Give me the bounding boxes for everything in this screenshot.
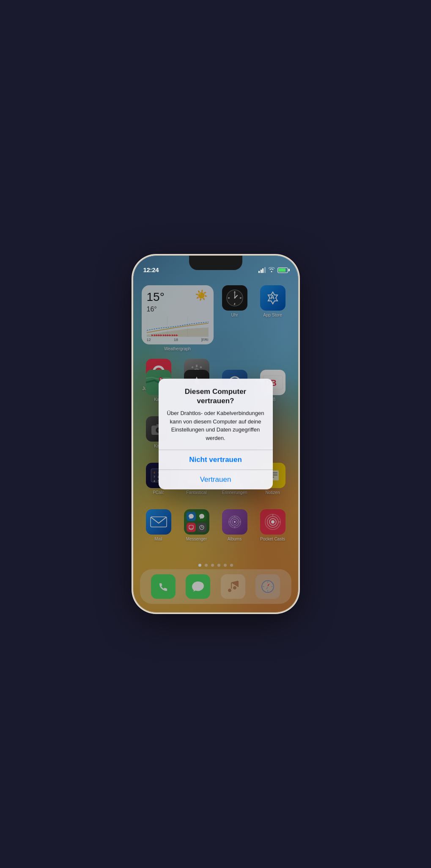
alert-message: Über Drahtlos- oder Kabelverbindungen ka…	[165, 409, 266, 442]
alert-buttons: Nicht vertrauen Vertrauen	[159, 450, 273, 489]
status-icons	[258, 267, 288, 273]
alert-title: Diesem Computer vertrauen?	[165, 387, 266, 406]
dont-trust-button[interactable]: Nicht vertrauen	[159, 450, 273, 470]
screen: 12:24	[133, 256, 298, 612]
wifi-icon	[268, 267, 275, 273]
alert-dialog: Diesem Computer vertrauen? Über Drahtlos…	[159, 379, 273, 489]
phone-frame: 12:24	[133, 256, 298, 612]
battery-icon	[277, 267, 288, 273]
trust-button[interactable]: Vertrauen	[159, 470, 273, 489]
notch	[189, 256, 242, 270]
status-time: 12:24	[143, 266, 159, 273]
signal-icon	[258, 267, 266, 273]
alert-content: Diesem Computer vertrauen? Über Drahtlos…	[159, 379, 273, 442]
